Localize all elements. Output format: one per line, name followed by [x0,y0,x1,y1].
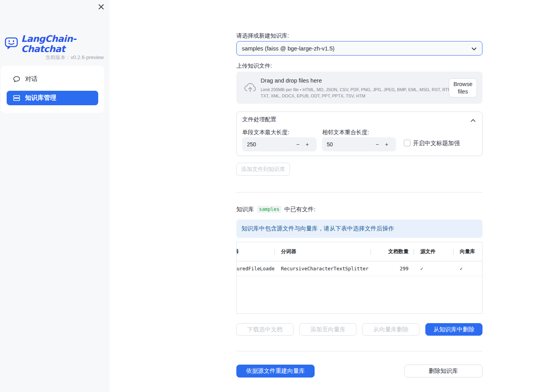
add-to-vector-store-button[interactable]: 添加至向量库 [299,323,356,336]
kb-files-heading: 知识库 samples 中已有文件: [236,205,315,214]
dropzone-limit-line2: TXT, XML, DOCX, EPUB, ODT, PPT, PPTX, TS… [261,93,449,99]
delete-from-vector-store-button[interactable]: 从向量库删除 [362,323,419,336]
table-inner: 文档加载器 分词器 文档数量 源文件 向量库 UnstructuredFileL… [236,242,482,276]
chunk-overlap-label: 相邻文本重合长度: [322,129,369,136]
chunk-overlap-input[interactable]: 50 − + [322,137,396,151]
increment-button[interactable]: + [382,141,391,147]
table-row[interactable]: UnstructuredFileLoader RecursiveCharacte… [236,261,482,276]
sidebar-item-label: 对话 [25,75,38,83]
chevron-up-icon[interactable] [471,117,475,124]
rebuild-vector-store-button[interactable]: 依据源文件重建向量库 [236,365,315,378]
decrement-button[interactable]: − [293,141,302,147]
add-files-to-kb-button[interactable]: 添加文件到知识库 [236,163,290,176]
sidebar-item-dialogue[interactable]: 对话 [7,72,98,86]
kb-files-table: 文档加载器 分词器 文档数量 源文件 向量库 UnstructuredFileL… [236,242,482,314]
zh-title-checkbox-label[interactable]: 开启中文标题加强 [413,140,460,147]
sidebar-item-label: 知识库管理 [25,94,56,102]
kb-name-code: samples [257,206,281,213]
chunk-size-value[interactable]: 250 [247,141,293,147]
kb-files-suffix: 中已有文件: [284,206,315,213]
app-window: LangChain-Chatchat 当前版本：v0.2.6-preview 对… [0,0,540,392]
close-sidebar-icon[interactable] [97,2,105,11]
column-header-splitter[interactable]: 分词器 [274,242,371,261]
info-banner: 知识库中包含源文件与向量库，请从下表中选择文件后操作 [236,219,482,238]
column-header-loader[interactable]: 文档加载器 [236,242,274,261]
dropzone-title: Drag and drop files here [261,77,449,84]
cell-doc-count: 299 [371,261,414,276]
increment-button[interactable]: + [302,141,312,147]
chunk-size-input[interactable]: 250 − + [242,137,317,151]
logo-text: LangChain-Chatchat [21,34,110,54]
version-value: v0.2.6-preview [70,54,104,60]
column-header-doc-count[interactable]: 文档数量 [371,242,414,261]
delete-from-kb-button[interactable]: 从知识库中删除 [425,323,482,336]
zh-title-checkbox[interactable] [404,140,410,146]
logo: LangChain-Chatchat [4,34,110,54]
chat-bubble-icon [13,76,20,83]
cell-splitter: RecursiveCharacterTextSplitter [274,261,371,276]
file-config-expander: 文件处理配置 单段文本最大长度: 相邻文本重合长度: 250 − + 50 − … [236,111,482,156]
cloud-upload-icon [243,81,257,95]
chunk-overlap-value[interactable]: 50 [327,141,373,147]
divider [236,351,482,351]
chunk-size-label: 单段文本最大长度: [242,129,289,136]
column-header-source-file[interactable]: 源文件 [414,242,453,261]
sidebar: LangChain-Chatchat 当前版本：v0.2.6-preview 对… [0,0,110,392]
kb-files-prefix: 知识库 [236,206,254,213]
dropzone-instructions: Drag and drop files here Limit 200MB per… [261,77,449,99]
cell-source-file-check: ✓ [414,261,453,276]
chevron-down-icon [472,45,477,52]
logo-chat-icon [4,37,18,51]
table-header-row: 文档加载器 分词器 文档数量 源文件 向量库 [236,242,482,261]
delete-kb-button[interactable]: 删除知识库 [404,365,482,378]
sidebar-item-knowledge-base[interactable]: 知识库管理 [7,91,98,105]
cell-loader: UnstructuredFileLoader [236,261,274,276]
version-label: 当前版本： [45,54,70,60]
cell-vector-store-check: ✓ [453,261,482,276]
divider [236,192,482,192]
upload-label: 上传知识文件: [236,62,272,70]
version-text: 当前版本：v0.2.6-preview [0,54,104,61]
knowledge-base-icon [13,94,20,102]
column-header-vector-store[interactable]: 向量库 [453,242,482,261]
dropzone-limit-line1: Limit 200MB per file • HTML, MD, JSON, C… [261,86,449,93]
decrement-button[interactable]: − [373,141,382,147]
file-dropzone[interactable]: Drag and drop files here Limit 200MB per… [236,72,482,104]
kb-select-label: 请选择或新建知识库: [236,32,289,40]
kb-selectbox[interactable]: samples (faiss @ bge-large-zh-v1.5) [236,41,482,56]
sidebar-menu: 对话 知识库管理 [1,66,104,113]
kb-selected-option: samples (faiss @ bge-large-zh-v1.5) [242,45,472,52]
download-selected-button[interactable]: 下载选中文档 [236,323,293,336]
expander-title: 文件处理配置 [242,116,276,123]
browse-files-button[interactable]: Browse files [449,78,477,97]
